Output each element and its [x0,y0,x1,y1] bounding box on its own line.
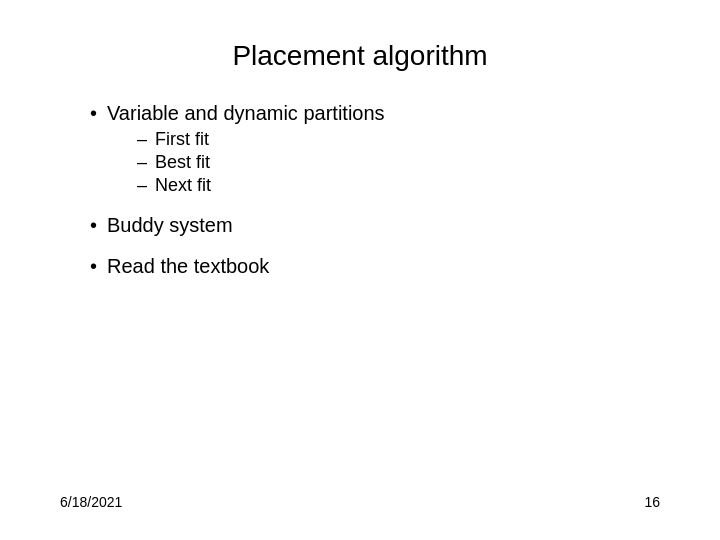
footer-date: 6/18/2021 [60,494,122,510]
sub-list-1: – First fit – Best fit – Next fit [107,129,385,196]
sub-item-1-3: – Next fit [137,175,385,196]
dash-1-3: – [137,175,147,196]
dash-1-2: – [137,152,147,173]
dash-1-1: – [137,129,147,150]
bullet-symbol-3: • [90,255,97,278]
sub-item-label-1-2: Best fit [155,152,210,173]
sub-item-1-2: – Best fit [137,152,385,173]
bullet-text-1: Variable and dynamic partitions [107,102,385,124]
slide: Placement algorithm • Variable and dynam… [0,0,720,540]
bullet-item-3: • Read the textbook [90,255,660,278]
bullet-item-1: • Variable and dynamic partitions – Firs… [90,102,660,204]
sub-item-1-1: – First fit [137,129,385,150]
slide-title: Placement algorithm [60,40,660,72]
bullet-symbol-1: • [90,102,97,125]
sub-item-label-1-1: First fit [155,129,209,150]
bullet-symbol-2: • [90,214,97,237]
bullet-item-2: • Buddy system [90,214,660,237]
slide-footer: 6/18/2021 16 [60,484,660,510]
sub-item-label-1-3: Next fit [155,175,211,196]
slide-content: • Variable and dynamic partitions – Firs… [60,102,660,484]
bullet-text-3: Read the textbook [107,255,269,278]
bullet-text-2: Buddy system [107,214,233,237]
footer-page: 16 [644,494,660,510]
